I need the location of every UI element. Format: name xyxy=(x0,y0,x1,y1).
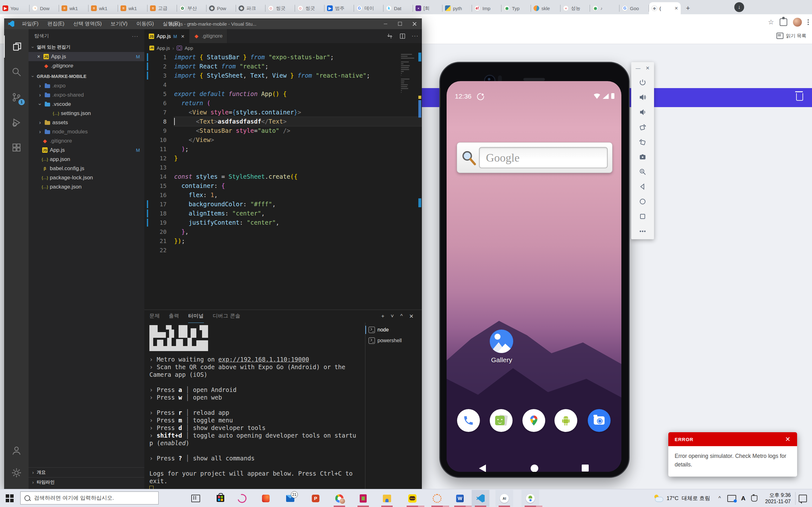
explorer-icon[interactable] xyxy=(4,36,29,58)
open-editor-item[interactable]: ◆.gitignore xyxy=(29,61,144,70)
code-line[interactable]: 5export default function App() { xyxy=(144,89,422,99)
taskbar-loading-ring-app[interactable] xyxy=(428,490,446,507)
tree-item-settings.json[interactable]: {…}settings.json xyxy=(29,109,144,118)
browser-tab[interactable]: ◈(✕ xyxy=(649,2,681,14)
tab-close-icon[interactable]: ✕ xyxy=(181,34,185,39)
panel-tab-문제[interactable]: 문제 xyxy=(149,310,160,323)
bookmark-star-icon[interactable]: ☆ xyxy=(768,18,774,26)
profile-avatar[interactable] xyxy=(793,18,802,26)
taskbar-word[interactable]: W xyxy=(451,490,469,507)
taskbar-chrome[interactable] xyxy=(331,490,348,507)
emulator-minimize-icon[interactable]: — xyxy=(636,65,641,71)
menu-item[interactable]: 보기(V) xyxy=(107,20,131,27)
browser-tab[interactable]: ▶You xyxy=(0,2,30,14)
browser-tab[interactable]: e!Imp xyxy=(472,2,502,14)
taskbar-outlook[interactable]: 21 xyxy=(281,490,299,507)
task-view-button[interactable] xyxy=(187,490,205,507)
code-line[interactable]: 12} xyxy=(144,154,422,163)
browser-tab[interactable]: ≡고급 xyxy=(148,2,177,14)
ime-hanja-icon[interactable] xyxy=(751,495,757,502)
open-editors-section[interactable]: ›열려 있는 편집기 xyxy=(29,43,144,52)
start-button[interactable] xyxy=(6,494,14,502)
browser-tab[interactable]: skle xyxy=(531,2,560,14)
tree-item-assets[interactable]: ›assets xyxy=(29,118,144,127)
taskbar-video-app[interactable] xyxy=(354,490,372,507)
code-line[interactable]: 2import React from "react"; xyxy=(144,62,422,71)
taskbar-search[interactable]: 검색하려면 여기에 입력하십시오. xyxy=(20,492,159,504)
phone-screen[interactable]: 12:36 Google xyxy=(447,81,621,472)
taskbar-building-app[interactable] xyxy=(378,490,396,507)
code-line[interactable]: 16 flex: 1, xyxy=(144,190,422,200)
tree-item-package.json[interactable]: {…}package.json xyxy=(29,182,144,191)
weather-widget[interactable]: 17°C 대체로 흐림 xyxy=(654,495,710,502)
code-line[interactable]: 17 backgroundColor: "#fff", xyxy=(144,200,422,209)
browser-tab[interactable]: ◉Typ xyxy=(502,2,531,14)
code-line[interactable]: 6 return ( xyxy=(144,99,422,108)
taskbar-office[interactable] xyxy=(257,490,275,507)
emulator-close-icon[interactable]: ✕ xyxy=(646,65,650,71)
code-line[interactable]: 20 }, xyxy=(144,227,422,236)
power-icon[interactable] xyxy=(631,76,654,89)
minimap[interactable] xyxy=(401,54,414,96)
browser-menu-icon[interactable] xyxy=(808,19,809,25)
panel-tab-디버그 콘솔[interactable]: 디버그 콘솔 xyxy=(213,310,241,323)
browser-tab[interactable]: ≡wk1 xyxy=(118,2,148,14)
panel-tab-터미널[interactable]: 터미널 xyxy=(188,310,204,323)
editor-tab-App.js[interactable]: JSApp.jsM✕ xyxy=(144,29,189,43)
panel-control[interactable]: + xyxy=(381,313,385,320)
browser-tab[interactable]: ≡wk1 xyxy=(59,2,89,14)
tree-item-.expo[interactable]: ›.expo xyxy=(29,81,144,90)
panel-control[interactable]: ^ xyxy=(400,313,403,320)
code-line[interactable]: 4 xyxy=(144,80,422,89)
sidebar-section-개요[interactable]: ›개요 xyxy=(29,467,144,477)
search-icon[interactable] xyxy=(4,61,29,83)
editor-tab-.gitignore[interactable]: ◆.gitignore xyxy=(189,29,227,43)
code-line[interactable]: 15 container: { xyxy=(144,181,422,190)
browser-tab[interactable]: ☺씽긋 xyxy=(295,2,324,14)
breadcrumb[interactable]: JS App.js › ⬡ App xyxy=(144,43,422,53)
close-button[interactable] xyxy=(407,18,422,29)
browser-tab[interactable]: ⊕파크 xyxy=(236,2,265,14)
action-center-icon[interactable] xyxy=(799,495,807,502)
taskbar-powerpoint[interactable]: P xyxy=(307,490,324,507)
tree-item-babel.config.js[interactable]: βbabel.config.js xyxy=(29,164,144,173)
project-section[interactable]: ›GRAB-MARKE-MOBILE xyxy=(29,72,144,81)
tab-close-icon[interactable]: ✕ xyxy=(674,6,678,11)
nav-home-icon[interactable] xyxy=(531,464,538,472)
reading-list-button[interactable]: 읽기 목록 xyxy=(776,33,806,39)
code-line[interactable]: 14const styles = StyleSheet.create({ xyxy=(144,172,422,181)
split-editor-icon[interactable] xyxy=(399,33,406,40)
taskbar-kakaotalk[interactable]: TALK xyxy=(403,490,421,507)
tray-display-icon[interactable] xyxy=(727,495,736,502)
explorer-more-icon[interactable]: ··· xyxy=(132,33,139,39)
open-editor-item[interactable]: ✕JSApp.jsM xyxy=(29,52,144,61)
panel-control[interactable]: ✕ xyxy=(409,313,414,320)
code-line[interactable]: 13 xyxy=(144,163,422,172)
home-icon[interactable] xyxy=(631,195,654,208)
code-line[interactable]: 3import { StyleSheet, Text, View } from … xyxy=(144,71,422,80)
menu-item[interactable]: 편집(E) xyxy=(44,20,68,27)
vscode-titlebar[interactable]: 파일(F)편집(E)선택 영역(S)보기(V)이동(G)실행(R)··· App… xyxy=(4,18,422,29)
panel-control[interactable]: ˅ xyxy=(391,313,394,320)
code-line[interactable]: 9 <StatusBar style="auto" /> xyxy=(144,126,422,135)
menu-item[interactable]: 선택 영역(S) xyxy=(69,20,106,27)
rotate-right-icon[interactable] xyxy=(631,135,654,148)
volume-down-icon[interactable] xyxy=(631,106,654,118)
error-close-icon[interactable]: ✕ xyxy=(785,435,791,443)
sidebar-section-타임라인[interactable]: ›타임라인 xyxy=(29,477,144,487)
tree-item-.expo-shared[interactable]: ›.expo-shared xyxy=(29,90,144,100)
nav-overview-icon[interactable] xyxy=(582,464,589,471)
code-editor[interactable]: 1import { StatusBar } from "expo-status-… xyxy=(144,53,422,309)
browser-tab[interactable]: ⊕Pow xyxy=(206,2,236,14)
terminal-process-node[interactable]: node xyxy=(365,325,422,335)
panel-tab-출력[interactable]: 출력 xyxy=(169,310,179,323)
back-icon[interactable] xyxy=(631,180,654,193)
downloads-button[interactable]: ↓ xyxy=(734,2,744,12)
code-line[interactable]: 21}); xyxy=(144,236,422,245)
editor-more-icon[interactable]: ··· xyxy=(412,33,419,39)
tree-item-.gitignore[interactable]: ◆.gitignore xyxy=(29,136,144,146)
menu-item[interactable]: 파일(F) xyxy=(18,20,42,27)
nav-back-icon[interactable] xyxy=(479,464,486,472)
minimize-button[interactable] xyxy=(378,18,393,29)
tab-audio-icon[interactable]: ♪ xyxy=(600,6,603,11)
